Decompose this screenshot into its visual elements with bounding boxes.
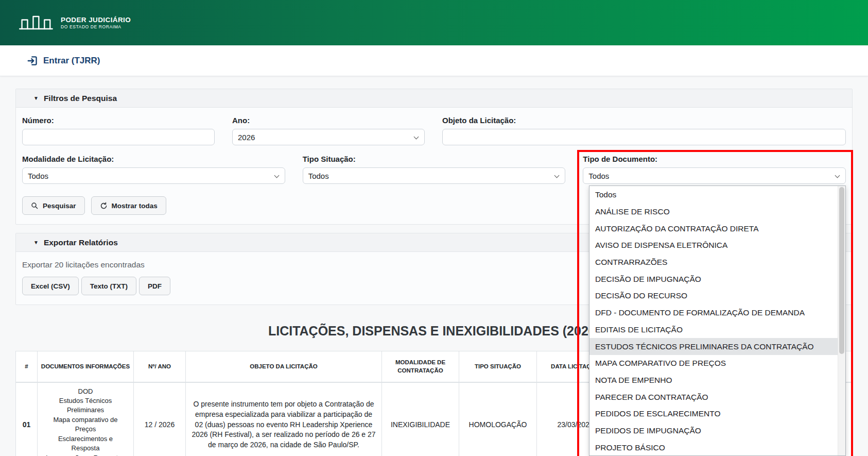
dropdown-option[interactable]: DFD - DOCUMENTO DE FORMALIZAÇÃO DE DEMAN… bbox=[589, 305, 838, 322]
pesquisar-button[interactable]: Pesquisar bbox=[22, 196, 85, 215]
chevron-down-icon bbox=[274, 173, 279, 178]
document-link[interactable]: Estudos Técnicos Preliminares bbox=[45, 396, 126, 415]
dropdown-option[interactable]: DECISÃO DE IMPUGNAÇÃO bbox=[589, 271, 838, 288]
login-icon bbox=[27, 55, 38, 66]
col-header-modalidade: MODALIDADE DE CONTRATAÇÃO bbox=[382, 351, 459, 382]
search-icon bbox=[31, 202, 39, 210]
document-link[interactable]: DOD bbox=[78, 387, 93, 396]
document-link[interactable]: Mapa comparativo de Preços bbox=[45, 415, 126, 434]
caret-down-icon: ▼ bbox=[33, 95, 39, 101]
judiciary-columns-icon bbox=[19, 12, 55, 33]
mostrar-todas-button[interactable]: Mostrar todas bbox=[91, 196, 166, 215]
dropdown-option[interactable]: AVISO DE DISPENSA ELETRÔNICA bbox=[589, 237, 838, 254]
modalidade-label: Modalidade de Licitação: bbox=[22, 155, 285, 163]
objeto-label: Objeto da Licitação: bbox=[442, 116, 846, 125]
chevron-down-icon bbox=[835, 173, 840, 178]
export-pdf-button[interactable]: PDF bbox=[139, 277, 170, 295]
ano-select-value: 2026 bbox=[238, 133, 255, 142]
chevron-down-icon bbox=[554, 173, 560, 178]
tipo-documento-select-value: Todos bbox=[588, 172, 609, 180]
dropdown-option[interactable]: PEDIDOS DE ESCLARECIMENTO bbox=[589, 406, 838, 423]
app-header: PODER JUDICIÁRIO DO ESTADO DE RORAIMA bbox=[0, 0, 868, 45]
export-csv-button[interactable]: Excel (CSV) bbox=[22, 277, 79, 295]
modalidade-cell: INEXIGIBILIDADE bbox=[382, 382, 459, 456]
dropdown-option[interactable]: Todos bbox=[589, 187, 838, 204]
dropdown-option[interactable]: NOTA DE EMPENHO bbox=[589, 372, 838, 389]
login-link[interactable]: Entrar (TJRR) bbox=[27, 55, 100, 66]
org-name-line1: PODER JUDICIÁRIO bbox=[61, 16, 131, 24]
ano-select[interactable]: 2026 bbox=[232, 129, 425, 145]
dropdown-option[interactable]: ANÁLISE DE RISCO bbox=[589, 204, 838, 221]
export-txt-button[interactable]: Texto (TXT) bbox=[81, 277, 136, 295]
dropdown-option[interactable]: EDITAIS DE LICITAÇÃO bbox=[589, 322, 838, 339]
modalidade-select[interactable]: Todos bbox=[22, 167, 285, 184]
field-tipo-situacao: Tipo Situação: Todos bbox=[303, 155, 566, 184]
field-modalidade: Modalidade de Licitação: Todos bbox=[22, 155, 285, 184]
filters-panel-header[interactable]: ▼ Filtros de Pesquisa bbox=[16, 89, 852, 108]
pesquisar-label: Pesquisar bbox=[43, 202, 76, 210]
field-ano: Ano: 2026 bbox=[232, 116, 425, 145]
ano-label: Ano: bbox=[232, 116, 425, 125]
logo: PODER JUDICIÁRIO DO ESTADO DE RORAIMA bbox=[19, 12, 131, 33]
export-panel-title: Exportar Relatórios bbox=[44, 238, 118, 247]
col-header-objeto: OBJETO DA LICITAÇÃO bbox=[186, 351, 382, 382]
dropdown-option[interactable]: PEDIDOS DE IMPUGNAÇÃO bbox=[589, 423, 838, 440]
org-name: PODER JUDICIÁRIO DO ESTADO DE RORAIMA bbox=[61, 16, 131, 29]
tipo-situacao-select-value: Todos bbox=[308, 172, 329, 180]
document-type-options: Todos ANÁLISE DE RISCO AUTORIZAÇÃO DA CO… bbox=[589, 187, 838, 455]
objeto-cell: O presente instrumento tem por objeto a … bbox=[186, 382, 382, 456]
tipo-documento-label: Tipo de Documento: bbox=[583, 155, 846, 163]
dropdown-scrollbar-thumb[interactable] bbox=[839, 187, 844, 354]
numero-label: Número: bbox=[22, 116, 215, 125]
row-number: 01 bbox=[16, 382, 38, 456]
export-csv-label: Excel (CSV) bbox=[31, 282, 70, 290]
situacao-cell: HOMOLOGAÇÃO bbox=[459, 382, 537, 456]
col-header-numero-ano: Nº/ ANO bbox=[134, 351, 186, 382]
modalidade-select-value: Todos bbox=[28, 172, 48, 180]
dropdown-option[interactable]: PROJETO BÁSICO bbox=[589, 439, 838, 456]
col-header-num: # bbox=[16, 351, 38, 382]
field-tipo-documento: Tipo de Documento: Todos bbox=[583, 155, 846, 184]
document-link[interactable]: Esclarecimentos e Resposta bbox=[45, 434, 126, 453]
col-header-tipo-situacao: TIPO SITUAÇÃO bbox=[459, 351, 537, 382]
document-type-listbox: Todos ANÁLISE DE RISCO AUTORIZAÇÃO DA CO… bbox=[589, 185, 846, 456]
documents-cell: DOD Estudos Técnicos Preliminares Mapa c… bbox=[38, 382, 134, 456]
mostrar-todas-label: Mostrar todas bbox=[112, 202, 158, 210]
org-name-line2: DO ESTADO DE RORAIMA bbox=[61, 24, 131, 29]
tipo-documento-select[interactable]: Todos bbox=[583, 167, 846, 184]
numero-input[interactable] bbox=[22, 129, 215, 145]
tipo-situacao-label: Tipo Situação: bbox=[303, 155, 566, 163]
dropdown-scrollbar[interactable] bbox=[838, 186, 845, 455]
login-label: Entrar (TJRR) bbox=[43, 56, 100, 66]
dropdown-option[interactable]: PARECER DA CONTRATAÇÃO bbox=[589, 389, 838, 406]
export-pdf-label: PDF bbox=[148, 282, 162, 290]
dropdown-option[interactable]: DECISÃO DO RECURSO bbox=[589, 288, 838, 305]
nav-bar: Entrar (TJRR) bbox=[0, 45, 868, 76]
numero-ano-cell: 12 / 2026 bbox=[134, 382, 186, 456]
field-numero: Número: bbox=[22, 116, 215, 145]
refresh-icon bbox=[100, 202, 108, 210]
dropdown-option[interactable]: CONTRARRAZÕES bbox=[589, 254, 838, 271]
dropdown-option-highlighted[interactable]: ESTUDOS TÉCNICOS PRELIMINARES DA CONTRAT… bbox=[589, 338, 838, 355]
export-txt-label: Texto (TXT) bbox=[90, 282, 128, 290]
dropdown-option[interactable]: MAPA COMPARATIVO DE PREÇOS bbox=[589, 355, 838, 372]
document-link[interactable]: Impugnações e Respostas bbox=[46, 453, 125, 456]
dropdown-option[interactable]: AUTORIZAÇÃO DA CONTRATAÇÃO DIRETA bbox=[589, 220, 838, 237]
filters-panel-title: Filtros de Pesquisa bbox=[44, 94, 117, 103]
caret-down-icon: ▼ bbox=[33, 240, 39, 245]
col-header-documentos: DOCUMENTOS INFORMAÇÕES bbox=[38, 351, 134, 382]
field-objeto: Objeto da Licitação: bbox=[442, 116, 846, 145]
chevron-down-icon bbox=[414, 134, 419, 140]
objeto-input[interactable] bbox=[442, 129, 846, 145]
tipo-situacao-select[interactable]: Todos bbox=[303, 167, 566, 184]
